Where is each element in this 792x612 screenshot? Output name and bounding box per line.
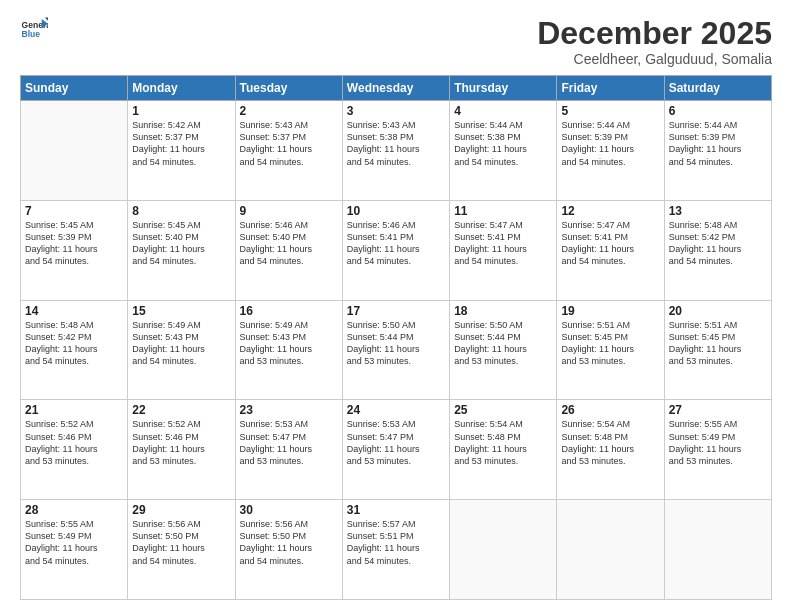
calendar-cell: 7Sunrise: 5:45 AM Sunset: 5:39 PM Daylig… [21,200,128,300]
cell-info: Sunrise: 5:53 AM Sunset: 5:47 PM Dayligh… [240,418,338,467]
calendar-cell: 22Sunrise: 5:52 AM Sunset: 5:46 PM Dayli… [128,400,235,500]
calendar-cell: 24Sunrise: 5:53 AM Sunset: 5:47 PM Dayli… [342,400,449,500]
cell-day-number: 27 [669,403,767,417]
calendar-cell [21,101,128,201]
weekday-header-cell: Friday [557,76,664,101]
cell-info: Sunrise: 5:55 AM Sunset: 5:49 PM Dayligh… [25,518,123,567]
cell-day-number: 30 [240,503,338,517]
cell-day-number: 26 [561,403,659,417]
cell-info: Sunrise: 5:46 AM Sunset: 5:40 PM Dayligh… [240,219,338,268]
calendar-cell: 1Sunrise: 5:42 AM Sunset: 5:37 PM Daylig… [128,101,235,201]
calendar-cell: 18Sunrise: 5:50 AM Sunset: 5:44 PM Dayli… [450,300,557,400]
cell-info: Sunrise: 5:44 AM Sunset: 5:39 PM Dayligh… [669,119,767,168]
calendar-cell: 19Sunrise: 5:51 AM Sunset: 5:45 PM Dayli… [557,300,664,400]
calendar-cell: 28Sunrise: 5:55 AM Sunset: 5:49 PM Dayli… [21,500,128,600]
svg-text:Blue: Blue [22,29,41,39]
calendar-cell: 3Sunrise: 5:43 AM Sunset: 5:38 PM Daylig… [342,101,449,201]
weekday-header-cell: Thursday [450,76,557,101]
cell-day-number: 20 [669,304,767,318]
cell-info: Sunrise: 5:46 AM Sunset: 5:41 PM Dayligh… [347,219,445,268]
cell-day-number: 28 [25,503,123,517]
cell-info: Sunrise: 5:52 AM Sunset: 5:46 PM Dayligh… [132,418,230,467]
cell-day-number: 24 [347,403,445,417]
cell-day-number: 29 [132,503,230,517]
cell-info: Sunrise: 5:50 AM Sunset: 5:44 PM Dayligh… [454,319,552,368]
cell-info: Sunrise: 5:56 AM Sunset: 5:50 PM Dayligh… [240,518,338,567]
title-block: December 2025 Ceeldheer, Galguduud, Soma… [537,16,772,67]
weekday-header-cell: Saturday [664,76,771,101]
cell-day-number: 1 [132,104,230,118]
cell-info: Sunrise: 5:47 AM Sunset: 5:41 PM Dayligh… [454,219,552,268]
cell-info: Sunrise: 5:49 AM Sunset: 5:43 PM Dayligh… [240,319,338,368]
calendar-week-row: 21Sunrise: 5:52 AM Sunset: 5:46 PM Dayli… [21,400,772,500]
calendar-cell [557,500,664,600]
calendar-cell: 16Sunrise: 5:49 AM Sunset: 5:43 PM Dayli… [235,300,342,400]
cell-info: Sunrise: 5:42 AM Sunset: 5:37 PM Dayligh… [132,119,230,168]
cell-info: Sunrise: 5:43 AM Sunset: 5:37 PM Dayligh… [240,119,338,168]
calendar-cell: 2Sunrise: 5:43 AM Sunset: 5:37 PM Daylig… [235,101,342,201]
cell-info: Sunrise: 5:47 AM Sunset: 5:41 PM Dayligh… [561,219,659,268]
cell-day-number: 8 [132,204,230,218]
cell-info: Sunrise: 5:45 AM Sunset: 5:39 PM Dayligh… [25,219,123,268]
calendar-cell: 5Sunrise: 5:44 AM Sunset: 5:39 PM Daylig… [557,101,664,201]
cell-day-number: 2 [240,104,338,118]
calendar-cell: 30Sunrise: 5:56 AM Sunset: 5:50 PM Dayli… [235,500,342,600]
cell-info: Sunrise: 5:54 AM Sunset: 5:48 PM Dayligh… [561,418,659,467]
cell-day-number: 15 [132,304,230,318]
calendar-cell: 12Sunrise: 5:47 AM Sunset: 5:41 PM Dayli… [557,200,664,300]
weekday-header-cell: Sunday [21,76,128,101]
calendar-cell: 23Sunrise: 5:53 AM Sunset: 5:47 PM Dayli… [235,400,342,500]
calendar-table: SundayMondayTuesdayWednesdayThursdayFrid… [20,75,772,600]
calendar-week-row: 1Sunrise: 5:42 AM Sunset: 5:37 PM Daylig… [21,101,772,201]
cell-info: Sunrise: 5:49 AM Sunset: 5:43 PM Dayligh… [132,319,230,368]
calendar-week-row: 28Sunrise: 5:55 AM Sunset: 5:49 PM Dayli… [21,500,772,600]
calendar-cell: 26Sunrise: 5:54 AM Sunset: 5:48 PM Dayli… [557,400,664,500]
cell-day-number: 25 [454,403,552,417]
calendar-cell: 11Sunrise: 5:47 AM Sunset: 5:41 PM Dayli… [450,200,557,300]
calendar-cell: 27Sunrise: 5:55 AM Sunset: 5:49 PM Dayli… [664,400,771,500]
header: General Blue December 2025 Ceeldheer, Ga… [20,16,772,67]
calendar-cell [450,500,557,600]
cell-info: Sunrise: 5:43 AM Sunset: 5:38 PM Dayligh… [347,119,445,168]
logo-icon: General Blue [20,16,48,44]
cell-day-number: 9 [240,204,338,218]
cell-day-number: 6 [669,104,767,118]
cell-info: Sunrise: 5:48 AM Sunset: 5:42 PM Dayligh… [25,319,123,368]
page: General Blue December 2025 Ceeldheer, Ga… [0,0,792,612]
weekday-header: SundayMondayTuesdayWednesdayThursdayFrid… [21,76,772,101]
calendar-week-row: 14Sunrise: 5:48 AM Sunset: 5:42 PM Dayli… [21,300,772,400]
calendar-cell: 6Sunrise: 5:44 AM Sunset: 5:39 PM Daylig… [664,101,771,201]
cell-info: Sunrise: 5:57 AM Sunset: 5:51 PM Dayligh… [347,518,445,567]
calendar-cell: 10Sunrise: 5:46 AM Sunset: 5:41 PM Dayli… [342,200,449,300]
calendar-cell: 29Sunrise: 5:56 AM Sunset: 5:50 PM Dayli… [128,500,235,600]
cell-day-number: 18 [454,304,552,318]
cell-info: Sunrise: 5:44 AM Sunset: 5:39 PM Dayligh… [561,119,659,168]
calendar-cell [664,500,771,600]
calendar-cell: 31Sunrise: 5:57 AM Sunset: 5:51 PM Dayli… [342,500,449,600]
cell-day-number: 14 [25,304,123,318]
cell-day-number: 21 [25,403,123,417]
cell-info: Sunrise: 5:48 AM Sunset: 5:42 PM Dayligh… [669,219,767,268]
cell-day-number: 23 [240,403,338,417]
cell-info: Sunrise: 5:55 AM Sunset: 5:49 PM Dayligh… [669,418,767,467]
cell-day-number: 19 [561,304,659,318]
cell-day-number: 7 [25,204,123,218]
cell-info: Sunrise: 5:45 AM Sunset: 5:40 PM Dayligh… [132,219,230,268]
calendar-cell: 20Sunrise: 5:51 AM Sunset: 5:45 PM Dayli… [664,300,771,400]
cell-day-number: 10 [347,204,445,218]
calendar-cell: 8Sunrise: 5:45 AM Sunset: 5:40 PM Daylig… [128,200,235,300]
cell-day-number: 31 [347,503,445,517]
cell-info: Sunrise: 5:54 AM Sunset: 5:48 PM Dayligh… [454,418,552,467]
cell-day-number: 13 [669,204,767,218]
cell-day-number: 17 [347,304,445,318]
weekday-header-cell: Tuesday [235,76,342,101]
calendar-cell: 4Sunrise: 5:44 AM Sunset: 5:38 PM Daylig… [450,101,557,201]
calendar-cell: 13Sunrise: 5:48 AM Sunset: 5:42 PM Dayli… [664,200,771,300]
cell-day-number: 22 [132,403,230,417]
cell-info: Sunrise: 5:44 AM Sunset: 5:38 PM Dayligh… [454,119,552,168]
calendar-week-row: 7Sunrise: 5:45 AM Sunset: 5:39 PM Daylig… [21,200,772,300]
cell-day-number: 16 [240,304,338,318]
weekday-header-cell: Monday [128,76,235,101]
calendar-cell: 9Sunrise: 5:46 AM Sunset: 5:40 PM Daylig… [235,200,342,300]
calendar-cell: 17Sunrise: 5:50 AM Sunset: 5:44 PM Dayli… [342,300,449,400]
